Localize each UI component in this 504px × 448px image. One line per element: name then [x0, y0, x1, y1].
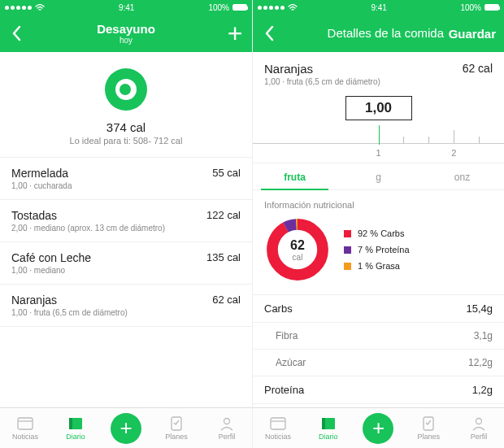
nutrient-list: Carbs15,4g Fibra3,1g Azúcar12,2g Proteín…: [253, 294, 504, 404]
list-item[interactable]: Tostadas 2,00 · mediano (aprox. 13 cm de…: [0, 199, 252, 241]
profile-icon: [218, 416, 236, 431]
legend-label: 92 % Carbs: [358, 228, 404, 238]
back-icon[interactable]: [261, 24, 279, 42]
content-scroll[interactable]: Naranjas 1,00 · fruta (6,5 cm de diámetr…: [253, 52, 504, 407]
nav-title: Desayuno: [57, 22, 195, 36]
food-sub: 1,00 · fruta (6,5 cm de diámetro): [264, 77, 380, 86]
add-food-button[interactable]: +: [226, 24, 244, 42]
svg-rect-0: [18, 418, 33, 429]
food-name: Naranjas: [11, 294, 128, 307]
tab-bar: Noticias Diario + Planes Perfil: [253, 407, 504, 448]
food-cal: 55 cal: [212, 167, 241, 179]
tab-label: Diario: [319, 433, 338, 441]
swatch-protein: [344, 246, 351, 254]
plus-icon: +: [111, 413, 141, 444]
plans-icon: [419, 416, 437, 431]
tab-perfil[interactable]: Perfil: [202, 408, 252, 448]
tab-planes[interactable]: Planes: [403, 408, 454, 448]
nutrient-row: Carbs15,4g: [253, 295, 504, 323]
summary-hint: Lo ideal para ti: 508- 712 cal: [0, 136, 252, 146]
food-cal: 62 cal: [463, 62, 493, 86]
food-header: Naranjas 1,00 · fruta (6,5 cm de diámetr…: [253, 52, 504, 93]
content-scroll[interactable]: 374 cal Lo ideal para ti: 508- 712 cal M…: [0, 52, 252, 407]
plus-icon: +: [363, 413, 393, 444]
food-sub: 1,00 · fruta (6,5 cm de diámetro): [11, 308, 128, 317]
save-button[interactable]: Guardar: [449, 27, 496, 41]
list-item[interactable]: Mermelada 1,00 · cucharada 55 cal: [0, 157, 252, 199]
diary-icon: [319, 416, 337, 431]
food-sub: 2,00 · mediano (aprox. 13 cm de diámetro…: [11, 224, 165, 233]
donut-cal: cal: [293, 253, 303, 262]
svg-point-5: [224, 418, 230, 424]
food-cal: 135 cal: [206, 251, 241, 263]
donut-val: 62: [290, 238, 305, 253]
legend-label: 7 % Proteína: [358, 245, 410, 254]
back-icon[interactable]: [8, 24, 26, 42]
legend-label: 1 % Grasa: [358, 261, 400, 271]
diary-icon: [67, 416, 85, 431]
swatch-fat: [344, 263, 351, 270]
quantity-input[interactable]: 1,00: [345, 96, 412, 120]
food-name: Tostadas: [11, 209, 165, 222]
quantity-ruler[interactable]: 1 2: [253, 120, 504, 163]
unit-fruta[interactable]: fruta: [253, 163, 337, 189]
status-bar: 9:41 100%: [0, 0, 252, 15]
meal-summary: 374 cal Lo ideal para ti: 508- 712 cal: [0, 52, 252, 157]
food-sub: 1,00 · cucharada: [11, 181, 72, 190]
screen-food-detail: 9:41 100% Detalles de la comida Guardar …: [252, 0, 504, 448]
nutrient-row: Fibra3,1g: [253, 323, 504, 350]
food-name: Café con Leche: [11, 251, 91, 264]
meal-icon: [105, 68, 147, 111]
nutrient-row: Azúcar12,2g: [253, 350, 504, 376]
nutrient-row: Proteína1,2g: [253, 376, 504, 404]
list-item[interactable]: Naranjas 1,00 · fruta (6,5 cm de diámetr…: [0, 284, 252, 327]
list-item[interactable]: Café con Leche 1,00 · mediano 135 cal: [0, 241, 252, 284]
tab-noticias[interactable]: Noticias: [0, 408, 50, 448]
tab-noticias[interactable]: Noticias: [253, 408, 303, 448]
plans-icon: [167, 416, 185, 431]
tab-label: Perfil: [219, 433, 236, 441]
tab-label: Planes: [418, 433, 441, 441]
tab-perfil[interactable]: Perfil: [454, 408, 504, 448]
food-sub: 1,00 · mediano: [11, 266, 91, 275]
tab-diario[interactable]: Diario: [50, 408, 101, 448]
tab-label: Noticias: [12, 433, 38, 441]
svg-rect-13: [322, 418, 325, 429]
nutrition-title: Información nutricional: [253, 190, 504, 210]
svg-rect-3: [69, 418, 72, 429]
nav-subtitle: hoy: [57, 36, 195, 45]
food-cal: 62 cal: [212, 294, 241, 306]
status-battery-pct: 100%: [460, 3, 481, 12]
unit-onz[interactable]: onz: [420, 163, 504, 189]
status-time: 9:41: [371, 3, 386, 12]
tab-add[interactable]: +: [354, 408, 404, 448]
food-name: Naranjas: [264, 62, 380, 76]
macros-donut: 62 cal: [264, 216, 331, 283]
tab-bar: Noticias Diario + Planes Perfil: [0, 407, 252, 448]
svg-rect-10: [271, 418, 285, 429]
food-name: Mermelada: [11, 167, 72, 180]
food-cal: 122 cal: [206, 209, 241, 221]
status-battery-pct: 100%: [208, 3, 229, 12]
signal-dots-icon: [5, 6, 32, 10]
tab-label: Diario: [66, 433, 85, 441]
battery-icon: [232, 4, 247, 11]
tab-label: Perfil: [471, 433, 488, 441]
svg-point-15: [476, 418, 482, 424]
navbar: Detalles de la comida Guardar: [253, 15, 504, 52]
tab-label: Noticias: [265, 433, 291, 441]
swatch-carbs: [344, 230, 351, 237]
tab-planes[interactable]: Planes: [151, 408, 202, 448]
navbar: Desayuno hoy +: [0, 15, 252, 52]
tab-diario[interactable]: Diario: [303, 408, 354, 448]
food-list: Mermelada 1,00 · cucharada 55 cal Tostad…: [0, 157, 252, 327]
ruler-label: 1: [376, 148, 380, 158]
macros-legend: 92 % Carbs 7 % Proteína 1 % Grasa: [344, 228, 410, 271]
unit-tabs: fruta g onz: [253, 163, 504, 190]
tab-add[interactable]: +: [101, 408, 151, 448]
news-icon: [16, 416, 34, 431]
nav-title: Detalles de la comida: [328, 26, 444, 40]
screen-breakfast: 9:41 100% Desayuno hoy + 374 cal Lo idea…: [0, 0, 252, 448]
status-bar: 9:41 100%: [253, 0, 504, 15]
unit-g[interactable]: g: [337, 163, 420, 189]
